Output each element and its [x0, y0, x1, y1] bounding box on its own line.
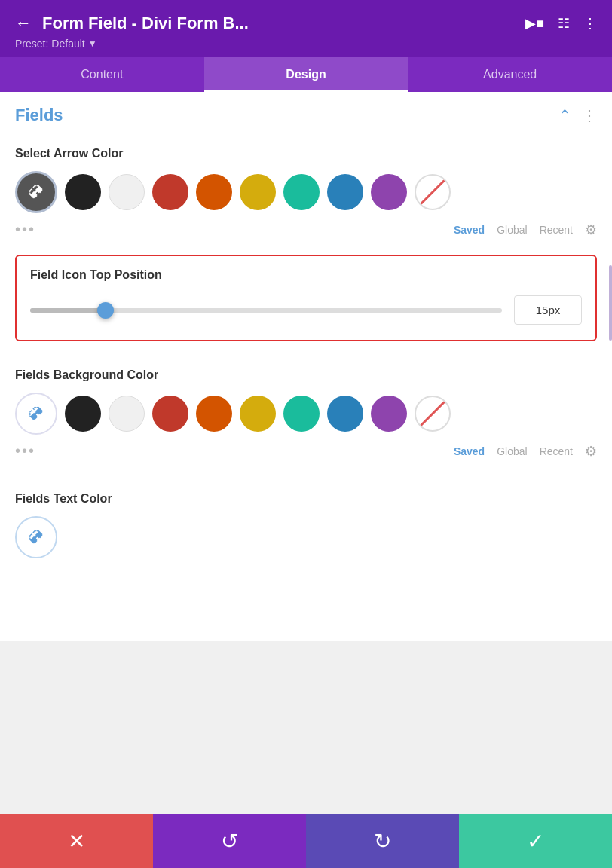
select-arrow-color-swatches: 🕶 — [15, 171, 597, 213]
scrollbar[interactable] — [609, 265, 612, 341]
layout-icon[interactable]: ☷ — [558, 15, 570, 32]
cancel-button[interactable]: ✕ — [0, 814, 153, 868]
target-icon[interactable]: ▶■ — [525, 15, 544, 32]
back-button[interactable]: ← — [15, 14, 32, 33]
color-yellow-2[interactable] — [240, 396, 276, 432]
select-arrow-color-block: Select Arrow Color 🕶 ••• Saved Global Re… — [15, 133, 597, 250]
header-icons: ▶■ ☷ ⋮ — [525, 15, 597, 32]
tabs-bar: Content Design Advanced — [0, 57, 612, 92]
section-header-icons: ⌃ ⋮ — [558, 106, 597, 124]
more-options-icon[interactable]: ⋮ — [583, 15, 597, 32]
slider-background — [30, 308, 502, 313]
eyedropper-button-3[interactable]: 🕶 — [15, 516, 57, 558]
color-orange[interactable] — [196, 174, 232, 210]
color-none-2[interactable] — [415, 396, 451, 432]
preset-label: Preset: — [15, 38, 48, 50]
eyedropper-icon-2: 🕶 — [25, 402, 47, 425]
color-tabs-row: ••• Saved Global Recent ⚙ — [15, 213, 597, 243]
main-content: Fields ⌃ ⋮ Select Arrow Color 🕶 ••• S — [0, 92, 612, 641]
field-icon-top-label: Field Icon Top Position — [30, 268, 582, 282]
color-white-2[interactable] — [109, 396, 145, 432]
color-red[interactable] — [152, 174, 188, 210]
header: ← Form Field - Divi Form B... ▶■ ☷ ⋮ Pre… — [0, 0, 612, 57]
color-more-icon-2[interactable]: ••• — [15, 442, 35, 460]
slider-row: 15px — [30, 295, 582, 325]
color-white[interactable] — [109, 174, 145, 210]
fields-background-color-swatches: 🕶 — [15, 393, 597, 435]
fields-text-color-block: Fields Text Color 🕶 — [15, 478, 597, 566]
color-settings-icon-2[interactable]: ⚙ — [585, 443, 597, 460]
color-tabs-row-2: ••• Saved Global Recent ⚙ — [15, 435, 597, 464]
eyedropper-icon-3: 🕶 — [25, 526, 47, 549]
color-teal[interactable] — [283, 174, 320, 210]
preset-row: Preset: Default ▼ — [15, 38, 597, 57]
color-settings-icon[interactable]: ⚙ — [585, 222, 597, 238]
color-none[interactable] — [415, 174, 451, 210]
color-purple-2[interactable] — [371, 396, 407, 432]
color-tab-saved[interactable]: Saved — [454, 224, 485, 236]
color-tab-global[interactable]: Global — [497, 224, 527, 236]
header-left: ← Form Field - Divi Form B... — [15, 14, 249, 33]
slider-fill — [30, 308, 106, 313]
field-icon-top-position-block: Field Icon Top Position 15px — [15, 255, 597, 341]
header-top: ← Form Field - Divi Form B... ▶■ ☷ ⋮ — [15, 14, 597, 33]
redo-button[interactable]: ↻ — [306, 814, 459, 868]
slider-track[interactable] — [30, 308, 502, 313]
eyedropper-icon: 🕶 — [25, 181, 47, 203]
bottom-bar: ✕ ↺ ↻ ✓ — [0, 814, 612, 868]
slider-thumb[interactable] — [97, 302, 114, 319]
color-orange-2[interactable] — [196, 396, 232, 432]
section-title: Fields — [15, 105, 63, 125]
color-red-2[interactable] — [152, 396, 188, 432]
tab-design[interactable]: Design — [204, 57, 409, 92]
eyedropper-button-2[interactable]: 🕶 — [15, 393, 57, 435]
section-options-icon[interactable]: ⋮ — [582, 106, 597, 124]
color-purple[interactable] — [371, 174, 407, 210]
collapse-section-icon[interactable]: ⌃ — [558, 106, 571, 124]
header-title: Form Field - Divi Form B... — [42, 14, 249, 33]
fields-text-color-swatches: 🕶 — [15, 516, 597, 558]
fields-background-color-label: Fields Background Color — [15, 368, 597, 382]
undo-button[interactable]: ↺ — [153, 814, 306, 868]
color-blue[interactable] — [327, 174, 363, 210]
fields-background-color-block: Fields Background Color 🕶 ••• Saved Glob… — [15, 355, 597, 472]
fields-text-color-label: Fields Text Color — [15, 492, 597, 506]
tab-advanced[interactable]: Advanced — [408, 57, 612, 92]
color-tab-recent[interactable]: Recent — [540, 224, 573, 236]
preset-value: Default — [51, 38, 84, 50]
preset-dropdown-icon[interactable]: ▼ — [88, 38, 97, 49]
select-arrow-color-label: Select Arrow Color — [15, 147, 597, 160]
divider — [15, 475, 597, 475]
color-teal-2[interactable] — [283, 396, 320, 432]
color-yellow[interactable] — [240, 174, 276, 210]
color-black-2[interactable] — [65, 396, 101, 432]
slider-value-input[interactable]: 15px — [514, 295, 582, 325]
color-more-icon[interactable]: ••• — [15, 221, 35, 238]
color-tab-global-2[interactable]: Global — [497, 445, 527, 457]
color-black[interactable] — [65, 174, 101, 210]
section-header: Fields ⌃ ⋮ — [15, 92, 597, 133]
eyedropper-button[interactable]: 🕶 — [15, 171, 57, 213]
tab-content[interactable]: Content — [0, 57, 204, 92]
color-blue-2[interactable] — [327, 396, 363, 432]
save-button[interactable]: ✓ — [459, 814, 612, 868]
color-tab-saved-2[interactable]: Saved — [454, 445, 485, 457]
color-tab-recent-2[interactable]: Recent — [540, 445, 573, 457]
